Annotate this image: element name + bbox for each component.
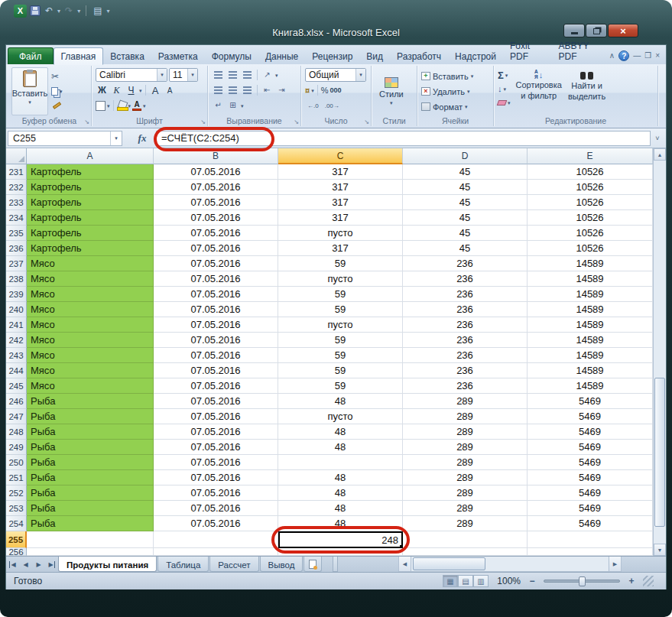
cell-D239[interactable]: 236 — [403, 287, 528, 302]
tab-file[interactable]: Файл — [8, 47, 54, 64]
cell-E247[interactable]: 5469 — [528, 409, 653, 424]
row-header-251[interactable]: 251 — [6, 470, 27, 485]
scroll-up-icon[interactable]: ▲ — [654, 148, 666, 161]
underline-dropdown-icon[interactable]: ▾ — [139, 88, 142, 93]
cell-A256[interactable] — [27, 548, 154, 556]
cell-C250[interactable] — [278, 455, 403, 470]
cell-D243[interactable]: 236 — [403, 348, 528, 363]
zoom-slider-thumb[interactable] — [579, 576, 586, 586]
insert-cells-button[interactable]: + Вставить ▾ — [421, 69, 489, 83]
cell-D236[interactable]: 45 — [403, 241, 528, 256]
cell-B256[interactable] — [154, 548, 278, 556]
cell-A251[interactable]: Рыба — [27, 470, 154, 485]
cell-D231[interactable]: 45 — [403, 164, 528, 180]
cell-E231[interactable]: 10526 — [528, 164, 653, 180]
select-all-corner[interactable] — [6, 148, 27, 164]
cell-B244[interactable]: 07.05.2016 — [154, 363, 278, 378]
orientation-icon[interactable]: ↗ — [261, 70, 274, 81]
tab-Рецензир[interactable]: Рецензир — [305, 48, 359, 64]
qat-extra-icon[interactable]: ▤ — [92, 5, 103, 16]
cell-D250[interactable]: 289 — [403, 455, 528, 470]
cell-A235[interactable]: Картофель — [27, 226, 154, 241]
grow-font-button[interactable]: А — [149, 84, 162, 97]
cell-B246[interactable]: 07.05.2016 — [154, 394, 278, 409]
cell-E236[interactable]: 10526 — [528, 241, 653, 256]
cell-E241[interactable]: 14589 — [528, 317, 653, 333]
row-header-244[interactable]: 244 — [6, 363, 27, 378]
next-sheet-icon[interactable]: ▶ — [32, 557, 45, 572]
close-button[interactable]: × — [608, 24, 638, 37]
horizontal-scrollbar[interactable]: ◀ ▶ — [398, 557, 622, 572]
cell-D240[interactable]: 236 — [403, 302, 528, 317]
column-header-A[interactable]: A — [27, 148, 154, 164]
cell-C246[interactable]: 48 — [278, 394, 403, 409]
cell-A248[interactable]: Рыба — [27, 424, 154, 440]
cell-C247[interactable]: пусто — [278, 409, 403, 424]
cell-C238[interactable]: пусто — [278, 271, 403, 287]
merge-center-icon[interactable]: ⊞ — [226, 100, 239, 112]
cell-A250[interactable]: Рыба — [27, 455, 154, 470]
cell-B250[interactable]: 07.05.2016 — [154, 455, 278, 470]
row-header-231[interactable]: 231 — [6, 164, 27, 180]
cell-E246[interactable]: 5469 — [528, 394, 653, 409]
cell-C256[interactable] — [278, 548, 403, 556]
cell-E243[interactable]: 14589 — [528, 348, 653, 363]
cell-D245[interactable]: 236 — [403, 378, 528, 394]
row-header-233[interactable]: 233 — [6, 195, 27, 210]
cell-D249[interactable]: 289 — [403, 440, 528, 455]
align-bottom-icon[interactable] — [241, 70, 254, 81]
scroll-down-icon[interactable]: ▼ — [654, 544, 666, 556]
cell-A234[interactable]: Картофель — [27, 210, 154, 226]
restore-button[interactable] — [586, 24, 607, 37]
cell-E254[interactable]: 5469 — [528, 516, 653, 531]
sheet-tab-Вывод[interactable]: Вывод — [260, 557, 304, 572]
borders-icon[interactable] — [96, 101, 106, 111]
font-color-button[interactable]: А — [132, 101, 141, 111]
format-painter-button[interactable] — [51, 99, 63, 112]
number-dialog-launcher-icon[interactable]: ↘ — [364, 119, 369, 125]
cell-E244[interactable]: 14589 — [528, 363, 653, 378]
cell-E239[interactable]: 14589 — [528, 287, 653, 302]
fill-button[interactable]: ↓ ▾ — [498, 83, 511, 95]
cell-A253[interactable]: Рыба — [27, 501, 154, 516]
cell-E235[interactable]: 10526 — [528, 226, 653, 241]
cell-E252[interactable]: 5469 — [528, 485, 653, 501]
cell-B238[interactable]: 07.05.2016 — [154, 271, 278, 287]
cell-B251[interactable]: 07.05.2016 — [154, 470, 278, 485]
vertical-scrollbar[interactable]: ▲ ▼ — [653, 148, 666, 556]
row-header-237[interactable]: 237 — [6, 256, 27, 271]
undo-icon[interactable]: ↶ — [44, 5, 54, 16]
cell-E233[interactable]: 10526 — [528, 195, 653, 210]
cell-C252[interactable]: 48 — [278, 485, 403, 501]
cell-D241[interactable]: 236 — [403, 317, 528, 333]
column-header-E[interactable]: E — [528, 148, 653, 164]
clipboard-dialog-launcher-icon[interactable]: ↘ — [84, 119, 89, 125]
cell-A254[interactable]: Рыба — [27, 516, 154, 531]
tab-Вставка[interactable]: Вставка — [103, 48, 151, 64]
cell-B240[interactable]: 07.05.2016 — [154, 302, 278, 317]
row-header-253[interactable]: 253 — [6, 501, 27, 516]
cell-B232[interactable]: 07.05.2016 — [154, 180, 278, 195]
scroll-left-icon[interactable]: ◀ — [399, 557, 411, 571]
align-right-icon[interactable] — [241, 85, 254, 96]
cell-C253[interactable]: 48 — [278, 501, 403, 516]
cell-C235[interactable]: пусто — [278, 226, 403, 241]
row-header-247[interactable]: 247 — [6, 409, 27, 424]
workbook-close-icon[interactable]: × — [655, 52, 660, 60]
view-page-break-icon[interactable]: ▥ — [473, 575, 489, 587]
cell-B254[interactable]: 07.05.2016 — [154, 516, 278, 531]
cell-C233[interactable]: 317 — [278, 195, 403, 210]
cell-C251[interactable]: 48 — [278, 470, 403, 485]
row-header-232[interactable]: 232 — [6, 180, 27, 195]
cell-E255[interactable] — [528, 531, 653, 548]
row-header-241[interactable]: 241 — [6, 317, 27, 333]
sheet-tab-Рассчет[interactable]: Рассчет — [209, 557, 258, 572]
cell-B253[interactable]: 07.05.2016 — [154, 501, 278, 516]
cut-button[interactable]: ✂ — [51, 70, 63, 83]
cell-B242[interactable]: 07.05.2016 — [154, 333, 278, 348]
cell-C232[interactable]: 317 — [278, 180, 403, 195]
cell-B243[interactable]: 07.05.2016 — [154, 348, 278, 363]
workbook-restore-icon[interactable]: ❒ — [644, 52, 651, 60]
row-header-256[interactable]: 256 — [6, 548, 27, 556]
cell-A237[interactable]: Мясо — [27, 256, 154, 271]
